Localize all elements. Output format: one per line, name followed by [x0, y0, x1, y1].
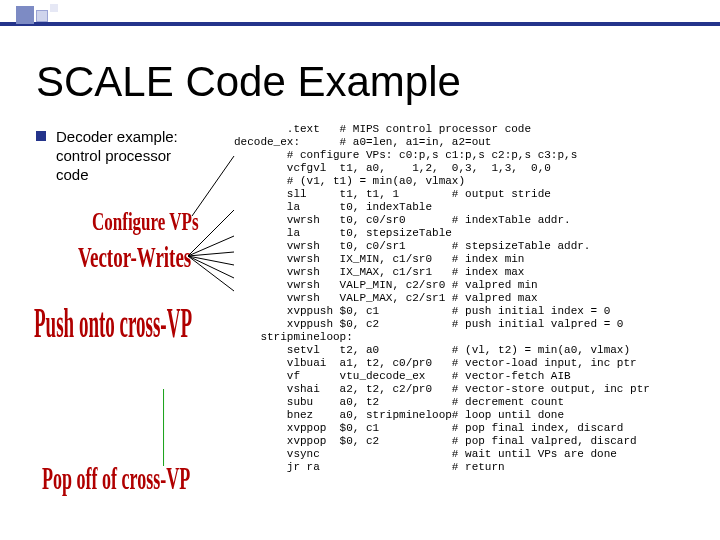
annotation-push-cross-vp: Push onto cross-VP [34, 300, 192, 348]
intro-line2: control processor [56, 147, 178, 166]
intro-line3: code [56, 166, 178, 185]
header-square-icon [16, 6, 34, 24]
bullet-icon [36, 131, 46, 141]
header-square-icon [50, 4, 58, 12]
annotation-vector-writes: Vector-Writes [78, 240, 191, 275]
assembly-code-listing: .text # MIPS control processor code deco… [234, 123, 650, 474]
svg-line-2 [188, 236, 234, 256]
page-title: SCALE Code Example [36, 58, 461, 106]
header-square-icon [36, 10, 48, 22]
svg-line-5 [188, 256, 234, 278]
svg-line-4 [188, 256, 234, 265]
svg-line-6 [188, 256, 234, 291]
slide-header-decor [0, 0, 720, 34]
intro-line1: Decoder example: [56, 128, 178, 145]
annotation-stripmine-bar: | [162, 376, 165, 472]
intro-block: Decoder example: control processor code [36, 128, 178, 184]
annotation-pop-cross-vp: Pop off of cross-VP [42, 460, 190, 498]
annotation-configure-vps: Configure VPs [92, 207, 199, 237]
header-stripe [0, 22, 720, 26]
svg-line-3 [188, 252, 234, 256]
